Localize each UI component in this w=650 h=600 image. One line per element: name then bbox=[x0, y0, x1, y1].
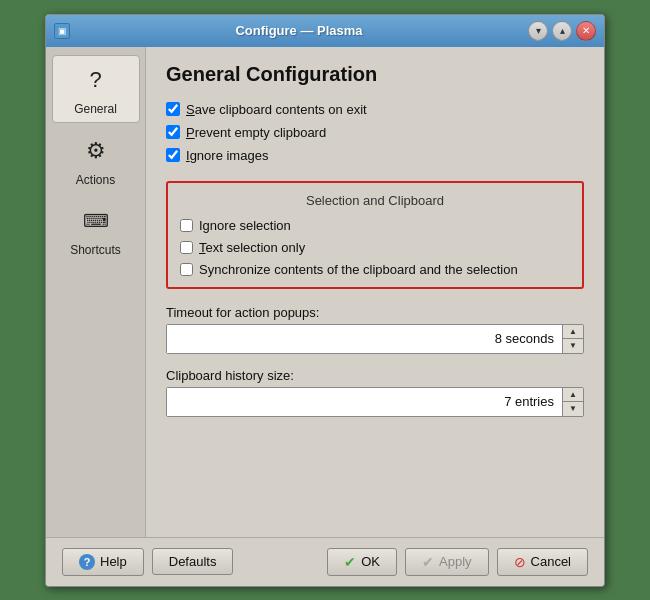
checkbox-save-clipboard: Save clipboard contents on exit bbox=[166, 102, 584, 117]
timeout-label: Timeout for action popups: bbox=[166, 305, 584, 320]
cancel-label: Cancel bbox=[531, 554, 571, 569]
timeout-down-arrow[interactable]: ▼ bbox=[563, 339, 583, 353]
history-spinbox-row: Clipboard history size: ▲ ▼ bbox=[166, 368, 584, 417]
apply-label: Apply bbox=[439, 554, 472, 569]
apply-button[interactable]: ✔ Apply bbox=[405, 548, 489, 576]
selection-clipboard-group: Selection and Clipboard Ignore selection… bbox=[166, 181, 584, 289]
ok-icon: ✔ bbox=[344, 554, 356, 570]
prevent-empty-checkbox[interactable] bbox=[166, 125, 180, 139]
history-spinbox: ▲ ▼ bbox=[166, 387, 584, 417]
maximize-button[interactable]: ▴ bbox=[552, 21, 572, 41]
sidebar-item-general[interactable]: ? General bbox=[52, 55, 140, 123]
close-button[interactable]: ✕ bbox=[576, 21, 596, 41]
prevent-empty-label: Prevent empty clipboard bbox=[186, 125, 326, 140]
sidebar-item-shortcuts[interactable]: ⌨ Shortcuts bbox=[52, 197, 140, 263]
timeout-arrows: ▲ ▼ bbox=[562, 325, 583, 353]
sidebar-label-shortcuts: Shortcuts bbox=[70, 243, 121, 257]
ignore-images-label: Ignore images bbox=[186, 148, 268, 163]
titlebar: ▣ Configure — Plasma ▾ ▴ ✕ bbox=[46, 15, 604, 47]
timeout-spinbox: ▲ ▼ bbox=[166, 324, 584, 354]
history-input[interactable] bbox=[167, 388, 562, 416]
timeout-spinbox-row: Timeout for action popups: ▲ ▼ bbox=[166, 305, 584, 354]
actions-icon: ⚙ bbox=[78, 133, 114, 169]
apply-icon: ✔ bbox=[422, 554, 434, 570]
ok-button[interactable]: ✔ OK bbox=[327, 548, 397, 576]
ignore-selection-checkbox[interactable] bbox=[180, 219, 193, 232]
history-down-arrow[interactable]: ▼ bbox=[563, 402, 583, 416]
titlebar-left: ▣ bbox=[54, 23, 70, 39]
sidebar-label-actions: Actions bbox=[76, 173, 115, 187]
ignore-images-checkbox[interactable] bbox=[166, 148, 180, 162]
text-selection-label: Text selection only bbox=[199, 240, 305, 255]
text-selection-checkbox[interactable] bbox=[180, 241, 193, 254]
titlebar-buttons: ▾ ▴ ✕ bbox=[528, 21, 596, 41]
synchronize-row: Synchronize contents of the clipboard an… bbox=[180, 262, 570, 277]
history-label: Clipboard history size: bbox=[166, 368, 584, 383]
ignore-selection-row: Ignore selection bbox=[180, 218, 570, 233]
help-button[interactable]: ? Help bbox=[62, 548, 144, 576]
help-icon: ? bbox=[79, 554, 95, 570]
main-window: ▣ Configure — Plasma ▾ ▴ ✕ ? General ⚙ A… bbox=[45, 14, 605, 587]
ok-label: OK bbox=[361, 554, 380, 569]
window-title: Configure — Plasma bbox=[70, 23, 528, 38]
page-title: General Configuration bbox=[166, 63, 584, 86]
group-title: Selection and Clipboard bbox=[180, 193, 570, 208]
sidebar-label-general: General bbox=[74, 102, 117, 116]
window-icon: ▣ bbox=[54, 23, 70, 39]
checkbox-prevent-empty: Prevent empty clipboard bbox=[166, 125, 584, 140]
timeout-input[interactable] bbox=[167, 325, 562, 353]
checkbox-ignore-images: Ignore images bbox=[166, 148, 584, 163]
defaults-label: Defaults bbox=[169, 554, 217, 569]
help-label: Help bbox=[100, 554, 127, 569]
defaults-button[interactable]: Defaults bbox=[152, 548, 234, 575]
general-icon: ? bbox=[78, 62, 114, 98]
save-clipboard-label: Save clipboard contents on exit bbox=[186, 102, 367, 117]
bottom-bar: ? Help Defaults ✔ OK ✔ Apply ⊘ Cancel bbox=[46, 537, 604, 586]
synchronize-checkbox[interactable] bbox=[180, 263, 193, 276]
sidebar-item-actions[interactable]: ⚙ Actions bbox=[52, 127, 140, 193]
text-selection-row: Text selection only bbox=[180, 240, 570, 255]
synchronize-label: Synchronize contents of the clipboard an… bbox=[199, 262, 518, 277]
history-up-arrow[interactable]: ▲ bbox=[563, 388, 583, 402]
cancel-button[interactable]: ⊘ Cancel bbox=[497, 548, 588, 576]
timeout-up-arrow[interactable]: ▲ bbox=[563, 325, 583, 339]
cancel-icon: ⊘ bbox=[514, 554, 526, 570]
content-area: ? General ⚙ Actions ⌨ Shortcuts General … bbox=[46, 47, 604, 537]
main-panel: General Configuration Save clipboard con… bbox=[146, 47, 604, 537]
sidebar: ? General ⚙ Actions ⌨ Shortcuts bbox=[46, 47, 146, 537]
history-arrows: ▲ ▼ bbox=[562, 388, 583, 416]
save-clipboard-checkbox[interactable] bbox=[166, 102, 180, 116]
ignore-selection-label: Ignore selection bbox=[199, 218, 291, 233]
shortcuts-icon: ⌨ bbox=[78, 203, 114, 239]
minimize-button[interactable]: ▾ bbox=[528, 21, 548, 41]
